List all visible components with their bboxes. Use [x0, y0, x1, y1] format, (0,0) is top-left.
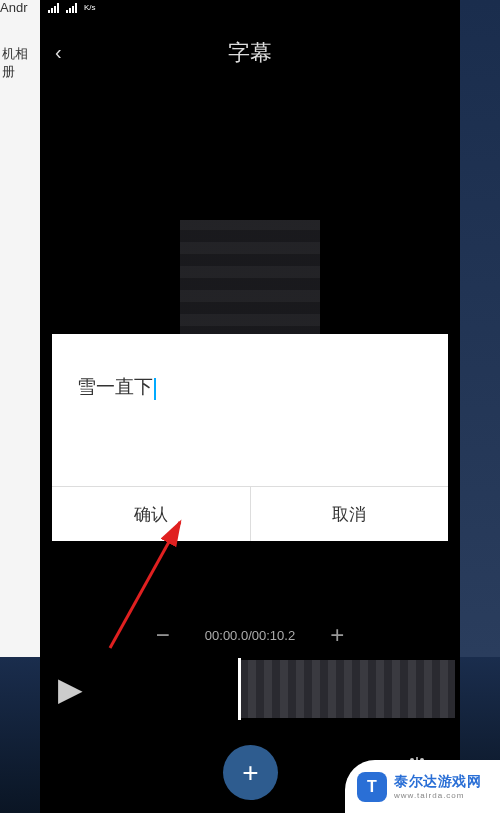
watermark: T 泰尔达游戏网 www.tairda.com — [345, 760, 500, 813]
status-left: K/s — [48, 3, 96, 13]
background-right-panel — [460, 0, 500, 657]
watermark-main: 泰尔达游戏网 — [394, 773, 481, 791]
time-plus-button[interactable]: + — [325, 621, 349, 649]
timeline-handle[interactable] — [238, 658, 241, 720]
text-cursor — [154, 378, 156, 400]
status-bar: K/s — [40, 0, 460, 15]
time-controls: − 00:00.0/00:10.2 + — [40, 620, 460, 650]
subtitle-input-text: 雪一直下 — [77, 374, 153, 400]
page-title: 字幕 — [228, 38, 272, 68]
time-display: 00:00.0/00:10.2 — [205, 628, 295, 643]
dialog-buttons: 确认 取消 — [52, 486, 448, 541]
confirm-button[interactable]: 确认 — [52, 487, 251, 541]
signal-icon — [48, 3, 62, 13]
play-button[interactable]: ▶ — [58, 670, 83, 708]
bg-text-album: 机相册 — [2, 46, 28, 79]
timeline[interactable] — [240, 660, 455, 718]
watermark-sub: www.tairda.com — [394, 791, 481, 800]
signal-icon-2 — [66, 3, 80, 13]
watermark-logo: T — [357, 772, 387, 802]
add-subtitle-button[interactable]: + — [223, 745, 278, 800]
background-left-panel: Andr 机相册 — [0, 0, 40, 657]
back-icon[interactable]: ‹ — [55, 41, 62, 64]
subtitle-input-dialog: 雪一直下 确认 取消 — [52, 334, 448, 541]
cancel-button[interactable]: 取消 — [251, 487, 449, 541]
bg-text-android: Andr — [0, 0, 27, 15]
title-bar: ‹ 字幕 — [40, 15, 460, 90]
time-minus-button[interactable]: − — [151, 621, 175, 649]
dialog-input-area[interactable]: 雪一直下 — [52, 334, 448, 486]
speed-indicator: K/s — [84, 4, 96, 12]
watermark-text: 泰尔达游戏网 www.tairda.com — [394, 773, 481, 800]
